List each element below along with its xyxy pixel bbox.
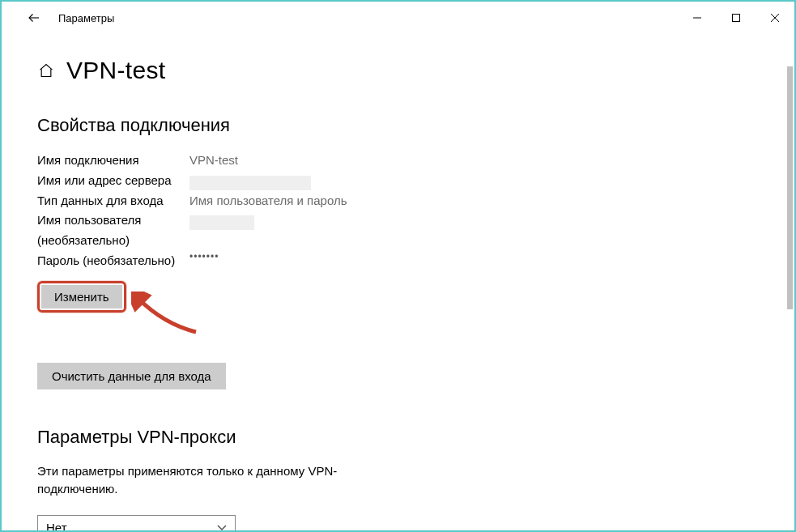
page-header: VPN-test	[37, 57, 759, 84]
proxy-description: Эти параметры применяются только к данно…	[37, 462, 361, 499]
value-signin-type: Имя пользователя и пароль	[189, 191, 347, 211]
label-signin-type: Тип данных для входа	[37, 191, 189, 211]
label-username: Имя пользователя (необязательно)	[37, 211, 189, 251]
page-title: VPN-test	[66, 57, 165, 84]
connection-props-list: Имя подключения VPN-test Имя или адрес с…	[37, 151, 759, 271]
window-title: Параметры	[58, 12, 678, 24]
settings-window: Параметры VPN-test Свойства подключения	[0, 0, 796, 532]
annotation-highlight: Изменить	[37, 281, 126, 313]
value-connection-name: VPN-test	[189, 151, 238, 171]
proxy-select[interactable]: Нет	[37, 515, 236, 531]
proxy-heading: Параметры VPN-прокси	[37, 427, 759, 448]
prop-username: Имя пользователя (необязательно)	[37, 211, 759, 251]
redacted-server	[189, 176, 311, 190]
titlebar: Параметры	[2, 2, 794, 34]
prop-server: Имя или адрес сервера	[37, 171, 759, 191]
redacted-username	[189, 215, 254, 230]
edit-button[interactable]: Изменить	[41, 285, 122, 309]
chevron-down-icon	[217, 522, 227, 531]
minimize-button[interactable]	[678, 2, 717, 34]
value-server	[189, 171, 311, 191]
value-password: •••••••	[189, 249, 219, 266]
value-username	[189, 211, 254, 231]
close-button[interactable]	[756, 2, 794, 34]
vertical-scrollbar[interactable]	[787, 66, 793, 309]
window-controls	[678, 2, 794, 34]
label-password: Пароль (необязательно)	[37, 251, 189, 271]
clear-signin-button[interactable]: Очистить данные для входа	[37, 363, 226, 389]
svg-rect-1	[733, 15, 740, 22]
label-connection-name: Имя подключения	[37, 151, 189, 171]
connection-props-heading: Свойства подключения	[37, 115, 759, 136]
back-button[interactable]	[24, 8, 44, 28]
content-area: VPN-test Свойства подключения Имя подклю…	[2, 34, 794, 530]
prop-connection-name: Имя подключения VPN-test	[37, 151, 759, 171]
home-icon[interactable]	[37, 62, 55, 79]
proxy-select-value: Нет	[46, 521, 67, 530]
prop-password: Пароль (необязательно) •••••••	[37, 251, 759, 271]
prop-signin-type: Тип данных для входа Имя пользователя и …	[37, 191, 759, 211]
maximize-button[interactable]	[717, 2, 756, 34]
label-server: Имя или адрес сервера	[37, 171, 189, 191]
